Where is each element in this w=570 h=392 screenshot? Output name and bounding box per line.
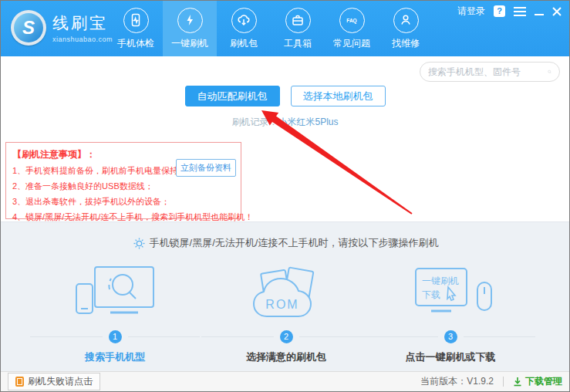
flash-history-label: 刷机记录： xyxy=(231,117,278,127)
download-icon xyxy=(513,377,522,387)
action-button-row: 自动匹配刷机包 选择本地刷机包 xyxy=(1,86,569,106)
sun-icon xyxy=(133,238,145,249)
app-header: S 线刷宝 xianshuabao.com 手机体检 xyxy=(1,1,569,56)
nav-item-find-repair[interactable]: 找维修 xyxy=(379,1,433,56)
minimize-icon[interactable] xyxy=(535,7,544,16)
nav-item-faq[interactable]: FAQ 常见问题 xyxy=(325,1,379,56)
notice-box: 【刷机注意事项】： 1、手机资料提前备份，刷机前手机电量保持30%以上； 2、准… xyxy=(5,142,241,219)
nav-item-toolbox[interactable]: 工具箱 xyxy=(271,1,325,56)
search-box xyxy=(420,62,560,82)
nav-label: 刷机包 xyxy=(230,37,258,50)
nav-label: 工具箱 xyxy=(284,37,312,50)
close-icon[interactable] xyxy=(552,7,562,16)
search-input[interactable] xyxy=(428,66,548,77)
nav-label: 手机体检 xyxy=(117,37,154,50)
step-click-flash: 一键刷机 下载 3 点击一键刷机或下载 然后按提示操作完成刷机 xyxy=(366,262,535,383)
window-controls: 请登录 ? xyxy=(457,5,562,18)
help-icon[interactable]: ? xyxy=(494,5,505,17)
rom-cloud-download-icon xyxy=(231,8,257,33)
svg-text:下载: 下载 xyxy=(422,289,440,300)
search-icon[interactable] xyxy=(548,66,551,78)
flash-history-link[interactable]: 小米红米5Plus xyxy=(278,117,338,127)
brand-domain: xianshuabao.com xyxy=(52,35,113,43)
app-logo: S 线刷宝 xianshuabao.com xyxy=(11,10,113,46)
nav-item-one-key-flash[interactable]: 一键刷机 xyxy=(163,1,217,56)
search-model-icon xyxy=(30,262,200,326)
version-label: 当前版本：V1.9.2 xyxy=(420,375,494,388)
step-title: 点击一键刷机或下载 xyxy=(366,350,535,364)
step-choose-package: ROM 2 选择满意的刷机包 选择安卓版本，适用地区，机身容量等 xyxy=(201,262,371,383)
app-window: S 线刷宝 xianshuabao.com 手机体检 xyxy=(0,0,570,392)
guide-heading-text: 手机锁屏/黑屏/无法开机/连接不上手机时，请按以下步骤操作刷机 xyxy=(150,236,439,250)
flash-failed-label: 刷机失败请点击 xyxy=(28,375,93,388)
svg-text:一键刷机: 一键刷机 xyxy=(422,275,459,286)
login-link[interactable]: 请登录 xyxy=(457,5,485,18)
brand-name: 线刷宝 xyxy=(52,12,113,34)
backup-now-button[interactable]: 立刻备份资料 xyxy=(176,159,236,177)
toolbox-icon xyxy=(285,8,311,33)
notice-item: 2、准备一条接触良好的USB数据线； xyxy=(12,181,234,192)
click-flash-icon: 一键刷机 下载 xyxy=(366,262,535,326)
svg-text:ROM: ROM xyxy=(265,298,298,311)
phone-check-icon xyxy=(123,8,149,33)
rom-package-icon: ROM xyxy=(201,262,371,326)
step-number-badge: 1 xyxy=(109,330,122,343)
step-search-model: 1 搜索手机机型 不知道手机机型怎么办？ xyxy=(30,262,200,383)
repair-person-icon xyxy=(393,8,419,33)
logo-monogram: S xyxy=(14,13,43,42)
nav-label: 找维修 xyxy=(392,37,420,50)
auto-match-button[interactable]: 自动匹配刷机包 xyxy=(185,86,280,106)
svg-text:FAQ: FAQ xyxy=(346,18,356,24)
divider xyxy=(503,377,504,387)
nav-item-rom-packages[interactable]: 刷机包 xyxy=(217,1,271,56)
step-title: 选择满意的刷机包 xyxy=(201,350,371,364)
logo-icon: S xyxy=(11,10,46,46)
flash-failed-button[interactable]: 刷机失败请点击 xyxy=(8,373,100,390)
step-number-badge: 2 xyxy=(280,330,293,343)
step-title: 搜索手机机型 xyxy=(30,350,200,364)
step-number-badge: 3 xyxy=(444,330,457,343)
download-manager-button[interactable]: 下载管理 xyxy=(513,375,562,388)
notice-item: 3、退出杀毒软件，拔掉手机以外的设备； xyxy=(12,196,234,208)
faq-icon: FAQ xyxy=(339,8,365,33)
status-bar: 刷机失败请点击 当前版本：V1.9.2 下载管理 xyxy=(1,371,569,391)
flash-history: 刷机记录：小米红米5Plus xyxy=(1,116,569,129)
menu-icon[interactable] xyxy=(514,7,526,16)
nav-item-phone-check[interactable]: 手机体检 xyxy=(109,1,163,56)
nav-label: 常见问题 xyxy=(333,37,370,50)
main-nav: 手机体检 一键刷机 刷机包 xyxy=(109,1,433,56)
warning-icon xyxy=(15,377,24,387)
guide-heading: 手机锁屏/黑屏/无法开机/连接不上手机时，请按以下步骤操作刷机 xyxy=(1,236,570,250)
local-package-button[interactable]: 选择本地刷机包 xyxy=(291,86,386,106)
guide-section: 手机锁屏/黑屏/无法开机/连接不上手机时，请按以下步骤操作刷机 1 搜索手机机型 xyxy=(1,221,570,373)
lightning-icon xyxy=(177,8,203,33)
nav-label: 一键刷机 xyxy=(171,37,208,50)
download-manager-label: 下载管理 xyxy=(525,375,562,388)
